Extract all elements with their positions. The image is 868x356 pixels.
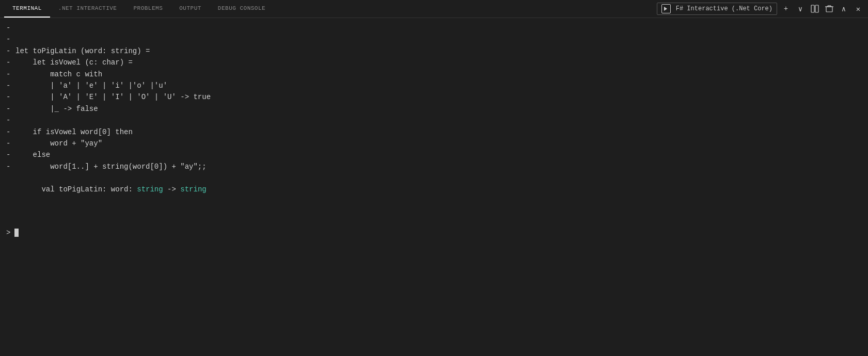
prompt-symbol: >: [6, 227, 10, 238]
tab-bar: TERMINAL .NET INTERACTIVE PROBLEMS OUTPU…: [0, 0, 868, 18]
maximize-panel-button[interactable]: ∧: [838, 3, 849, 14]
svg-marker-0: [664, 7, 667, 11]
chevron-up-icon: ∧: [842, 5, 846, 13]
val-middle: ->: [163, 185, 181, 193]
tab-output[interactable]: OUTPUT: [171, 0, 210, 18]
terminal-line: - | 'a' | 'e' | 'i' |'o' |'u': [6, 80, 862, 91]
line-dash: -: [6, 149, 13, 160]
line-dash: -: [6, 126, 13, 138]
tab-debug-console-label: DEBUG CONSOLE: [218, 5, 265, 11]
line-dash: -: [6, 45, 13, 57]
tab-net-interactive-label: .NET INTERACTIVE: [58, 5, 117, 11]
val-cyan2: string: [180, 185, 206, 193]
terminal-line: -let toPigLatin (word: string) =: [6, 45, 862, 57]
tab-output-label: OUTPUT: [179, 5, 201, 11]
tab-debug-console[interactable]: DEBUG CONSOLE: [210, 0, 274, 18]
terminal-line: -: [6, 34, 862, 45]
terminal-icon: [661, 4, 671, 13]
terminal-line: -: [6, 115, 862, 126]
terminal-line: - else: [6, 149, 862, 160]
line-code: word + "yay": [15, 138, 102, 149]
add-terminal-button[interactable]: +: [780, 3, 792, 14]
terminal-content: ---let toPigLatin (word: string) =- let …: [0, 18, 868, 356]
terminal-selector[interactable]: F# Interactive (.Net Core): [657, 3, 777, 15]
terminal-line: - match c with: [6, 69, 862, 80]
line-dash: -: [6, 103, 13, 115]
add-icon: +: [784, 5, 788, 13]
line-dash: -: [6, 69, 13, 80]
prompt-line: >: [6, 227, 862, 238]
empty-line: [6, 211, 862, 222]
trash-icon: [825, 5, 833, 13]
terminal-label: F# Interactive (.Net Core): [676, 5, 772, 12]
val-line: val toPigLatin: word: string -> string: [6, 172, 862, 207]
split-terminal-button[interactable]: [809, 3, 820, 14]
kill-terminal-button[interactable]: [824, 3, 835, 14]
line-dash: -: [6, 22, 13, 34]
line-code: word[1..] + string(word[0]) + "ay";;: [15, 161, 207, 172]
svg-rect-3: [826, 7, 832, 12]
line-dash: -: [6, 161, 13, 172]
line-code: let toPigLatin (word: string) =: [15, 45, 150, 57]
line-dash: -: [6, 138, 13, 149]
line-code: if isVowel word[0] then: [15, 126, 133, 138]
terminal-line: - | 'A' | 'E' | 'I' | 'O' | 'U' -> true: [6, 91, 862, 103]
terminal-line: -: [6, 22, 862, 34]
split-icon: [811, 5, 819, 13]
tab-terminal[interactable]: TERMINAL: [4, 0, 50, 18]
terminal-line: - if isVowel word[0] then: [6, 126, 862, 138]
tab-bar-left: TERMINAL .NET INTERACTIVE PROBLEMS OUTPU…: [4, 0, 274, 18]
line-code: else: [15, 149, 50, 160]
cursor: [14, 229, 19, 237]
line-code: | 'a' | 'e' | 'i' |'o' |'u': [15, 80, 167, 91]
close-icon: ✕: [856, 5, 860, 13]
line-code: | 'A' | 'E' | 'I' | 'O' | 'U' -> true: [15, 91, 211, 103]
line-code: match c with: [15, 69, 102, 80]
line-dash: -: [6, 91, 13, 103]
line-dash: -: [6, 34, 13, 45]
line-code: |_ -> false: [15, 103, 98, 115]
terminal-line: - word[1..] + string(word[0]) + "ay";;: [6, 161, 862, 172]
terminal-line: - |_ -> false: [6, 103, 862, 115]
line-dash: -: [6, 57, 13, 68]
svg-rect-2: [815, 5, 818, 12]
terminal-line: - word + "yay": [6, 138, 862, 149]
chevron-down-icon: ∨: [798, 5, 802, 13]
line-code: let isVowel (c: char) =: [15, 57, 133, 68]
val-cyan1: string: [137, 185, 163, 193]
svg-rect-1: [811, 5, 814, 12]
toolbar-right: F# Interactive (.Net Core) + ∨ ∧: [657, 3, 864, 15]
tab-problems-label: PROBLEMS: [133, 5, 163, 11]
tab-net-interactive[interactable]: .NET INTERACTIVE: [50, 0, 125, 18]
line-dash: -: [6, 115, 13, 126]
terminal-lines: ---let toPigLatin (word: string) =- let …: [6, 22, 862, 172]
tab-problems[interactable]: PROBLEMS: [125, 0, 171, 18]
line-dash: -: [6, 80, 13, 91]
close-panel-button[interactable]: ✕: [853, 3, 864, 14]
terminal-line: - let isVowel (c: char) =: [6, 57, 862, 68]
tab-terminal-label: TERMINAL: [12, 5, 42, 11]
val-prefix: val toPigLatin: word:: [41, 185, 137, 193]
terminal-dropdown-button[interactable]: ∨: [795, 3, 806, 14]
